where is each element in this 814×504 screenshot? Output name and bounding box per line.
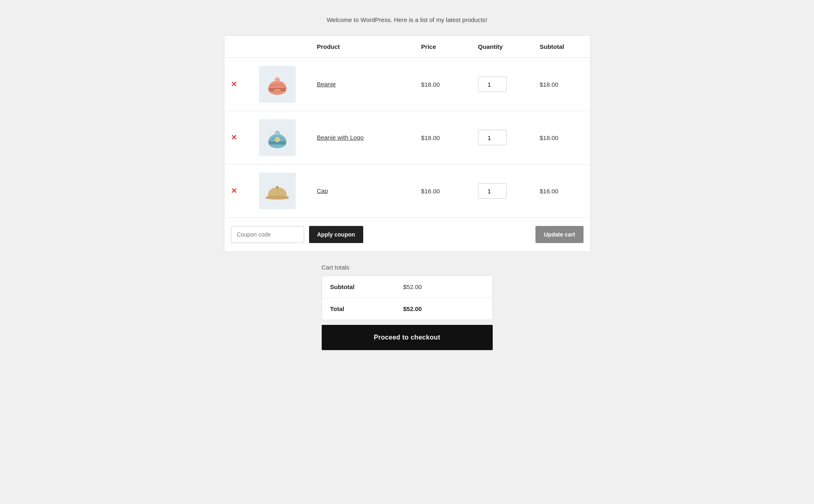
quantity-input-cap[interactable] bbox=[478, 183, 507, 199]
svg-rect-2 bbox=[274, 89, 281, 91]
remove-item-button[interactable]: ✕ bbox=[231, 134, 237, 141]
subtotal-cell: $18.00 bbox=[533, 58, 590, 111]
product-link-cap[interactable]: Cap bbox=[317, 187, 328, 194]
subtotal-cell: $18.00 bbox=[533, 111, 590, 164]
quantity-cell bbox=[472, 58, 533, 111]
beanie-logo-image-icon bbox=[263, 123, 292, 152]
quantity-cell bbox=[472, 164, 533, 218]
col-header-price: Price bbox=[415, 36, 472, 58]
svg-point-4 bbox=[275, 78, 279, 82]
checkout-btn-wrapper: Proceed to checkout bbox=[322, 320, 493, 350]
page-wrapper: Welcome to WordPress. Here is a list of … bbox=[224, 16, 590, 350]
cart-actions-row: Apply coupon Update cart bbox=[224, 218, 590, 252]
remove-item-button[interactable]: ✕ bbox=[231, 187, 237, 195]
beanie-image-icon bbox=[263, 70, 292, 99]
total-value: $52.00 bbox=[395, 298, 492, 320]
remove-cell: ✕ bbox=[224, 164, 252, 218]
product-link-beanie-logo[interactable]: Beanie with Logo bbox=[317, 134, 364, 141]
cart-actions-cell: Apply coupon Update cart bbox=[224, 218, 590, 252]
product-price-cell: $16.00 bbox=[415, 164, 472, 218]
remove-cell: ✕ bbox=[224, 58, 252, 111]
cart-actions-inner: Apply coupon Update cart bbox=[231, 226, 584, 243]
coupon-input[interactable] bbox=[231, 226, 304, 243]
product-image-cell bbox=[252, 111, 310, 164]
cart-totals-total-row: Total $52.00 bbox=[322, 298, 492, 320]
cap-image-icon bbox=[263, 177, 292, 205]
page-title: Welcome to WordPress. Here is a list of … bbox=[224, 16, 590, 23]
product-name-cell: Beanie with Logo bbox=[310, 111, 415, 164]
product-image-cap bbox=[259, 173, 296, 209]
quantity-input-beanie-logo[interactable] bbox=[478, 130, 507, 145]
subtotal-label: Subtotal bbox=[322, 276, 395, 298]
product-price-cell: $18.00 bbox=[415, 58, 472, 111]
quantity-input-beanie[interactable] bbox=[478, 77, 507, 92]
table-row: ✕ bbox=[224, 58, 590, 111]
cart-totals-table: Subtotal $52.00 Total $52.00 bbox=[322, 276, 493, 320]
total-label: Total bbox=[322, 298, 395, 320]
product-image-beanie-logo bbox=[259, 119, 296, 156]
cart-totals-section: Cart totals Subtotal $52.00 Total $52.00… bbox=[224, 264, 590, 350]
product-image-beanie bbox=[259, 66, 296, 103]
svg-point-9 bbox=[276, 138, 279, 141]
product-link-beanie[interactable]: Beanie bbox=[317, 81, 336, 88]
cart-table: Product Price Quantity Subtotal ✕ bbox=[224, 35, 590, 252]
product-image-cell bbox=[252, 164, 310, 218]
cart-totals-subtotal-row: Subtotal $52.00 bbox=[322, 276, 492, 298]
remove-item-button[interactable]: ✕ bbox=[231, 81, 237, 88]
cart-totals-title: Cart totals bbox=[322, 264, 493, 271]
col-header-remove bbox=[224, 36, 252, 58]
col-header-subtotal: Subtotal bbox=[533, 36, 590, 58]
product-price-cell: $18.00 bbox=[415, 111, 472, 164]
proceed-to-checkout-button[interactable]: Proceed to checkout bbox=[322, 325, 493, 350]
svg-point-11 bbox=[275, 131, 279, 135]
quantity-cell bbox=[472, 111, 533, 164]
product-name-cell: Cap bbox=[310, 164, 415, 218]
table-row: ✕ bbox=[224, 111, 590, 164]
table-row: ✕ bbox=[224, 164, 590, 218]
product-image-cell bbox=[252, 58, 310, 111]
col-header-product: Product bbox=[310, 36, 415, 58]
col-header-image bbox=[252, 36, 310, 58]
svg-point-13 bbox=[276, 186, 279, 188]
apply-coupon-button[interactable]: Apply coupon bbox=[309, 226, 363, 243]
subtotal-value: $52.00 bbox=[395, 276, 492, 298]
product-name-cell: Beanie bbox=[310, 58, 415, 111]
remove-cell: ✕ bbox=[224, 111, 252, 164]
col-header-quantity: Quantity bbox=[472, 36, 533, 58]
update-cart-button[interactable]: Update cart bbox=[535, 226, 583, 243]
coupon-section: Apply coupon bbox=[231, 226, 363, 243]
subtotal-cell: $16.00 bbox=[533, 164, 590, 218]
